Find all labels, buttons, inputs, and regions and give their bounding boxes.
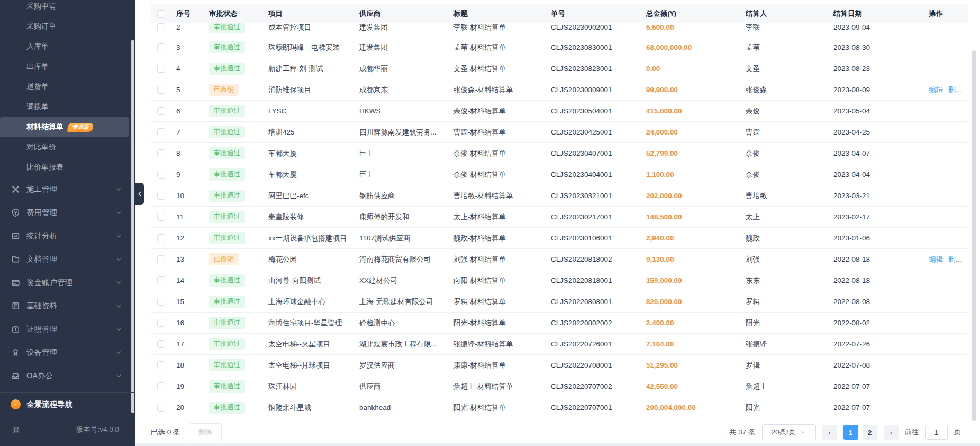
cell-date: 2023-08-23 bbox=[833, 65, 929, 73]
cell-project: 阿里巴巴-efc bbox=[268, 191, 359, 201]
row-checkbox[interactable] bbox=[157, 171, 165, 179]
cell-checkbox bbox=[151, 43, 176, 51]
sidebar-section-item[interactable]: 统计分析 bbox=[0, 224, 135, 247]
cell-amount: 51,295.00 bbox=[646, 361, 746, 369]
cell-checkbox bbox=[151, 234, 176, 242]
sidebar-section-item[interactable]: 文档管理 bbox=[0, 247, 135, 271]
table-scrollbar[interactable] bbox=[972, 50, 976, 421]
row-checkbox[interactable] bbox=[157, 43, 165, 51]
sidebar-menu-item-label: 采购订单 bbox=[26, 22, 56, 31]
cell-status: 审批通过 bbox=[209, 380, 268, 393]
sidebar-menu-item[interactable]: 对比单价 bbox=[0, 137, 135, 157]
row-checkbox[interactable] bbox=[157, 86, 165, 94]
cell-project: 消防维保项目 bbox=[268, 85, 359, 95]
cell-index: 18 bbox=[176, 361, 209, 369]
sidebar-menu-item[interactable]: 比价单报表 bbox=[0, 157, 135, 177]
chevron-down-icon bbox=[115, 186, 122, 193]
sidebar-section-item[interactable]: 设备管理 bbox=[0, 341, 135, 364]
sidebar-menu-item[interactable]: 退货单 bbox=[0, 77, 135, 97]
cell-date: 2023-04-04 bbox=[833, 171, 929, 179]
cell-supplier: 建发集团 bbox=[359, 43, 453, 52]
sidebar-menu-item[interactable]: 出库单 bbox=[0, 57, 135, 77]
app-window: 采购申请采购订单入库单出库单退货单调拨单材料结算单专业版对比单价比价单报表施工管… bbox=[0, 0, 980, 446]
cell-title: 孟苇-材料结算单 bbox=[453, 43, 551, 52]
row-checkbox[interactable] bbox=[157, 404, 165, 412]
version-label: 版本号:v4.0.0 bbox=[76, 425, 119, 434]
cell-title: 魏政-材料结算单 bbox=[453, 234, 551, 243]
sidebar-section-item[interactable]: 费用管理 bbox=[0, 201, 135, 224]
cell-index: 17 bbox=[176, 340, 209, 348]
bank-card-icon bbox=[11, 278, 20, 287]
sidebar-section-label: 基础资料 bbox=[26, 301, 57, 311]
delete-link[interactable]: 删除 bbox=[948, 255, 963, 263]
cell-settler: 罗辑 bbox=[746, 297, 833, 307]
status-badge: 审批通过 bbox=[209, 105, 245, 117]
goto-page-input[interactable] bbox=[925, 425, 948, 440]
row-checkbox[interactable] bbox=[157, 23, 165, 31]
batch-delete-button[interactable]: 删除 bbox=[189, 423, 222, 441]
sidebar-menu-item[interactable]: 采购订单 bbox=[0, 16, 135, 37]
row-checkbox[interactable] bbox=[157, 276, 165, 284]
col-header-date: 结算日期 bbox=[833, 9, 929, 19]
gear-icon[interactable] bbox=[12, 425, 21, 434]
row-checkbox[interactable] bbox=[157, 213, 165, 221]
page-size-select[interactable]: 20条/页 bbox=[762, 424, 816, 440]
sidebar-menu-item[interactable]: 调拨单 bbox=[0, 97, 135, 117]
cell-project: 珠江林园 bbox=[268, 382, 359, 391]
row-checkbox[interactable] bbox=[157, 128, 165, 136]
status-badge: 审批通过 bbox=[209, 232, 245, 244]
page-button-2[interactable]: 2 bbox=[863, 425, 877, 440]
row-checkbox[interactable] bbox=[157, 234, 165, 242]
status-badge: 审批通过 bbox=[209, 168, 245, 181]
row-checkbox[interactable] bbox=[157, 192, 165, 200]
cell-order-no: CLJS20230902001 bbox=[551, 23, 646, 31]
prev-page-button[interactable]: ‹ bbox=[822, 425, 837, 440]
sidebar-section-item[interactable]: 证照管理 bbox=[0, 317, 135, 341]
sidebar-section-item[interactable]: 基础资料 bbox=[0, 294, 135, 317]
select-all-checkbox[interactable] bbox=[157, 10, 165, 18]
page-button-1[interactable]: 1 bbox=[843, 425, 858, 440]
cell-settler: 余俊 bbox=[746, 106, 833, 116]
row-checkbox[interactable] bbox=[157, 65, 165, 73]
row-checkbox[interactable] bbox=[157, 319, 165, 327]
sidebar-section-item[interactable]: OA办公 bbox=[0, 364, 135, 387]
row-checkbox[interactable] bbox=[157, 149, 165, 157]
edit-link[interactable]: 编辑 bbox=[929, 255, 943, 263]
row-checkbox[interactable] bbox=[157, 298, 165, 306]
sidebar-section-item[interactable]: 资金账户管理 bbox=[0, 271, 135, 294]
row-checkbox[interactable] bbox=[157, 340, 165, 348]
sidebar-collapse-handle[interactable] bbox=[135, 183, 144, 205]
cell-date: 2023-08-30 bbox=[833, 43, 929, 51]
sidebar-menu: 采购申请采购订单入库单出库单退货单调拨单材料结算单专业版对比单价比价单报表施工管… bbox=[0, 0, 135, 387]
cell-ops: 编辑删除 bbox=[929, 255, 968, 264]
row-checkbox[interactable] bbox=[157, 107, 165, 115]
selected-count-label: 已选 0 条 bbox=[151, 427, 180, 437]
cell-supplier: XX建材公司 bbox=[359, 276, 453, 286]
cell-title: 曹培敏-材料结算单 bbox=[453, 191, 551, 201]
sidebar-menu-item[interactable]: 材料结算单专业版 bbox=[0, 117, 129, 137]
row-checkbox[interactable] bbox=[157, 255, 165, 263]
sidebar-menu-item[interactable]: 采购申请 bbox=[0, 0, 135, 16]
sidebar-menu-item-label: 材料结算单 bbox=[26, 122, 63, 132]
sidebar-scrollbar[interactable] bbox=[131, 40, 134, 413]
cell-title: 余俊-材料结算单 bbox=[453, 170, 551, 180]
cell-order-no: CLJS20220808001 bbox=[551, 298, 646, 306]
cell-status: 审批通过 bbox=[209, 402, 268, 414]
cell-supplier: 巨上 bbox=[359, 149, 453, 158]
chevron-down-icon bbox=[115, 349, 122, 356]
sidebar-menu-item[interactable]: 入库单 bbox=[0, 37, 135, 57]
cell-order-no: CLJS20220708001 bbox=[551, 361, 646, 369]
delete-link[interactable]: 删除 bbox=[948, 86, 963, 94]
status-badge: 审批通过 bbox=[209, 41, 245, 53]
sidebar-section-item[interactable]: 施工管理 bbox=[0, 177, 135, 201]
row-checkbox[interactable] bbox=[157, 361, 165, 369]
cell-supplier: HKWS bbox=[359, 107, 453, 115]
cell-order-no: CLJS20220707001 bbox=[551, 404, 646, 412]
cell-project: 成本管控项目 bbox=[268, 23, 359, 32]
edit-link[interactable]: 编辑 bbox=[929, 86, 943, 94]
shield-icon bbox=[11, 208, 20, 217]
row-checkbox[interactable] bbox=[157, 382, 165, 390]
next-page-button[interactable]: › bbox=[884, 425, 899, 440]
panorama-nav-item[interactable]: 全景流程导航 bbox=[0, 392, 135, 416]
cell-amount: 159,000.00 bbox=[646, 276, 746, 284]
